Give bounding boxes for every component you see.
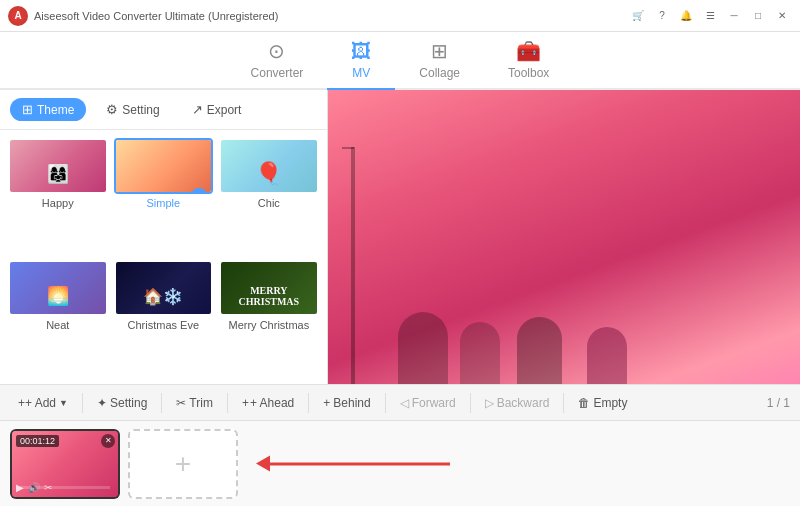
toolbox-icon: 🧰 [516, 39, 541, 63]
toolbar-divider-1 [82, 393, 83, 413]
maximize-icon[interactable]: □ [748, 6, 768, 26]
theme-item-christmas-eve[interactable]: 🏠❄️ Christmas Eve [114, 260, 214, 376]
edit-star-icon: ✦ [97, 396, 107, 410]
theme-simple-label: Simple [146, 197, 180, 209]
edit-button[interactable]: ✦ Setting [89, 392, 155, 414]
subtab-setting[interactable]: ⚙ Setting [94, 98, 171, 121]
clip-volume-icon[interactable]: 🔊 [28, 482, 40, 493]
add-dropdown-icon: ▼ [59, 398, 68, 408]
backward-button[interactable]: ▷ Backward [477, 392, 558, 414]
ahead-button[interactable]: + + Ahead [234, 392, 302, 414]
title-bar: A Aiseesoft Video Converter Ultimate (Un… [0, 0, 800, 32]
subtab-setting-label: Setting [122, 103, 159, 117]
menu-icon[interactable]: ☰ [700, 6, 720, 26]
clip-time: 00:01:12 [16, 435, 59, 447]
theme-grid-icon: ⊞ [22, 102, 33, 117]
subtab-export-label: Export [207, 103, 242, 117]
app-logo: A [8, 6, 28, 26]
arrow-indicator [270, 462, 450, 465]
toolbar-divider-3 [227, 393, 228, 413]
selected-check-icon: ✓ [191, 188, 207, 194]
toolbar-divider-7 [563, 393, 564, 413]
forward-button[interactable]: ◁ Forward [392, 392, 464, 414]
toolbar-divider-4 [308, 393, 309, 413]
theme-neat-label: Neat [46, 319, 69, 331]
app-title: Aiseesoft Video Converter Ultimate (Unre… [34, 10, 628, 22]
close-icon[interactable]: ✕ [772, 6, 792, 26]
subtab-theme[interactable]: ⊞ Theme [10, 98, 86, 121]
top-nav: ⊙ Converter 🖼 MV ⊞ Collage 🧰 Toolbox [0, 32, 800, 90]
minimize-icon[interactable]: ─ [724, 6, 744, 26]
add-icon: + [18, 396, 25, 410]
export-arrow-icon: ↗ [192, 102, 203, 117]
theme-merry-christmas-label: Merry Christmas [229, 319, 310, 331]
toolbar-divider-6 [470, 393, 471, 413]
window-controls: 🛒 ? 🔔 ☰ ─ □ ✕ [628, 6, 792, 26]
tab-mv[interactable]: 🖼 MV [327, 34, 395, 90]
timeline-clip[interactable]: 00:01:12 ✕ ▶ 🔊 ✂ [10, 429, 120, 499]
theme-happy-label: Happy [42, 197, 74, 209]
tab-collage-label: Collage [419, 66, 460, 80]
theme-item-chic[interactable]: 🎈 Chic [219, 138, 319, 254]
clip-controls: ▶ 🔊 ✂ [16, 482, 52, 493]
collage-icon: ⊞ [431, 39, 448, 63]
alert-icon[interactable]: 🔔 [676, 6, 696, 26]
toolbar-divider-2 [161, 393, 162, 413]
theme-item-merry-christmas[interactable]: MERRY CHRISTMAS Merry Christmas [219, 260, 319, 376]
page-info: 1 / 1 [767, 396, 790, 410]
subtab-theme-label: Theme [37, 103, 74, 117]
setting-gear-icon: ⚙ [106, 102, 118, 117]
clip-remove-button[interactable]: ✕ [101, 434, 115, 448]
mv-icon: 🖼 [351, 40, 371, 63]
bottom-section: + + Add ▼ ✦ Setting ✂ Trim + + Ahead + B… [0, 384, 800, 506]
trim-button[interactable]: ✂ Trim [168, 392, 221, 414]
behind-plus-icon: + [323, 396, 330, 410]
question-icon[interactable]: ? [652, 6, 672, 26]
timeline-area: 00:01:12 ✕ ▶ 🔊 ✂ + [0, 420, 800, 506]
tab-converter[interactable]: ⊙ Converter [227, 33, 328, 90]
tab-converter-label: Converter [251, 66, 304, 80]
forward-icon: ◁ [400, 396, 409, 410]
backward-icon: ▷ [485, 396, 494, 410]
empty-button[interactable]: 🗑 Empty [570, 392, 635, 414]
sub-tabs: ⊞ Theme ⚙ Setting ↗ Export [0, 90, 327, 130]
add-clip-button[interactable]: + [128, 429, 238, 499]
bottom-toolbar: + + Add ▼ ✦ Setting ✂ Trim + + Ahead + B… [0, 384, 800, 420]
ahead-plus-icon: + [242, 396, 249, 410]
trash-icon: 🗑 [578, 396, 590, 410]
theme-item-neat[interactable]: 🌅 Neat [8, 260, 108, 376]
theme-chic-label: Chic [258, 197, 280, 209]
add-button[interactable]: + + Add ▼ [10, 392, 76, 414]
add-clip-plus-icon: + [175, 448, 191, 480]
converter-icon: ⊙ [268, 39, 285, 63]
tab-toolbox[interactable]: 🧰 Toolbox [484, 33, 573, 90]
theme-item-simple[interactable]: Current ✓ Simple [114, 138, 214, 254]
subtab-export[interactable]: ↗ Export [180, 98, 254, 121]
cart-icon[interactable]: 🛒 [628, 6, 648, 26]
clip-scissors-icon[interactable]: ✂ [44, 482, 52, 493]
toolbar-divider-5 [385, 393, 386, 413]
tab-collage[interactable]: ⊞ Collage [395, 33, 484, 90]
tab-toolbox-label: Toolbox [508, 66, 549, 80]
theme-christmas-eve-label: Christmas Eve [128, 319, 200, 331]
trim-scissors-icon: ✂ [176, 396, 186, 410]
arrow-head-icon [256, 456, 270, 472]
behind-button[interactable]: + Behind [315, 392, 378, 414]
arrow-shaft [270, 462, 450, 465]
clip-play-icon[interactable]: ▶ [16, 482, 24, 493]
tab-mv-label: MV [352, 66, 370, 80]
theme-item-happy[interactable]: 👩‍👩‍👧 Happy [8, 138, 108, 254]
